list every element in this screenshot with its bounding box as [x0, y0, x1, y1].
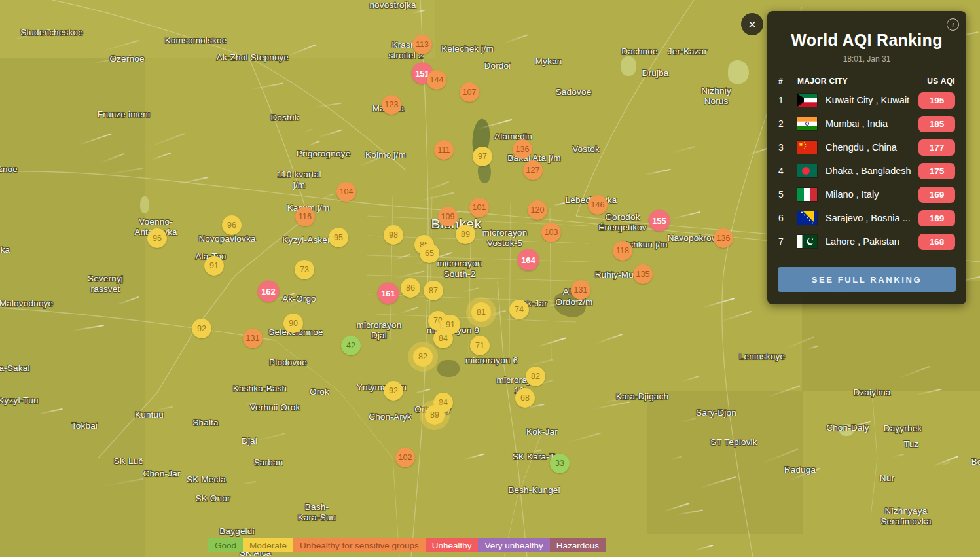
wind-streak: [916, 389, 941, 395]
close-icon[interactable]: ×: [741, 13, 763, 35]
wind-streak: [768, 385, 801, 397]
aqi-marker[interactable]: 86: [401, 278, 420, 298]
aqi-marker[interactable]: 146: [588, 195, 608, 215]
aqi-marker[interactable]: 84: [433, 329, 453, 348]
wind-streak: [424, 181, 449, 192]
map-label: a-Sakal: [0, 363, 30, 374]
map-label: Dostuk: [270, 113, 299, 123]
wind-streak: [37, 408, 62, 415]
aqi-marker[interactable]: 90: [283, 314, 303, 333]
aqi-marker[interactable]: 91: [204, 256, 224, 276]
wind-streak: [932, 456, 958, 467]
aqi-marker[interactable]: 127: [523, 160, 543, 180]
aqi-marker[interactable]: 74: [509, 300, 529, 319]
aqi-marker[interactable]: 155: [649, 210, 670, 232]
aqi-marker[interactable]: 89: [425, 405, 445, 425]
aqi-marker[interactable]: 101: [469, 198, 489, 217]
map-patch: [728, 60, 749, 84]
ranking-row[interactable]: 5Milano , Italy169: [778, 183, 955, 206]
aqi-marker[interactable]: 97: [473, 147, 492, 166]
rank-number: 4: [778, 166, 797, 176]
ranking-row[interactable]: 4Dhaka , Bangladesh175: [778, 159, 955, 183]
aqi-marker[interactable]: 131: [571, 280, 590, 300]
wind-streak: [312, 103, 342, 109]
aqi-marker[interactable]: 107: [460, 82, 479, 102]
aqi-marker[interactable]: 68: [515, 388, 535, 408]
wind-streak: [590, 401, 629, 410]
aqi-marker[interactable]: 104: [336, 182, 356, 202]
aqi-marker[interactable]: 82: [526, 367, 545, 386]
wind-streak: [700, 476, 736, 488]
aqi-marker[interactable]: 89: [456, 225, 475, 244]
wind-streak: [477, 119, 513, 130]
wind-streak: [413, 389, 431, 395]
wind-streak: [393, 253, 410, 260]
aqi-marker[interactable]: 136: [714, 228, 733, 248]
map-label: Ak-Zhol Stepnoye: [217, 52, 289, 63]
wind-streak: [250, 82, 283, 90]
map-label: SK Onor: [195, 494, 230, 504]
wind-streak: [680, 417, 697, 423]
map-label: Nizhnyaya Serafimovka: [880, 506, 931, 527]
ranking-row[interactable]: 3Chengdu , China177: [778, 135, 955, 159]
ranking-row[interactable]: 7Lahore , Pakistan168: [778, 230, 955, 253]
aqi-marker[interactable]: 111: [434, 140, 454, 160]
wind-streak: [670, 456, 681, 461]
ranking-row[interactable]: 1Kuwait City , Kuwait195: [778, 88, 955, 112]
aqi-marker[interactable]: 116: [295, 207, 315, 226]
aqi-marker[interactable]: 87: [424, 281, 443, 300]
aqi-marker[interactable]: 33: [550, 454, 570, 473]
aqi-marker[interactable]: 96: [222, 215, 242, 235]
aqi-marker[interactable]: 102: [395, 448, 415, 467]
wind-streak: [566, 433, 602, 444]
info-icon[interactable]: i: [947, 18, 959, 31]
aqi-marker[interactable]: 162: [258, 281, 280, 302]
legend-item: Unhealthy: [426, 538, 479, 552]
ranking-row[interactable]: 6Sarajevo , Bosnia ...169: [778, 206, 955, 230]
aqi-marker[interactable]: 103: [541, 223, 561, 242]
aqi-marker[interactable]: 81: [471, 302, 491, 322]
aqi-marker[interactable]: 113: [412, 35, 432, 54]
aqi-marker[interactable]: 144: [427, 70, 446, 90]
world-aqi-ranking-panel: i World AQI Ranking 18:01, Jan 31 # MAJO…: [767, 11, 966, 304]
aqi-marker[interactable]: 123: [382, 95, 401, 115]
aqi-marker[interactable]: 65: [420, 243, 439, 263]
aqi-marker[interactable]: 109: [438, 207, 458, 226]
aqi-marker[interactable]: 95: [329, 228, 348, 247]
aqi-marker[interactable]: 73: [295, 260, 314, 279]
aqi-map[interactable]: novostrojkaStudencheskoeKomsomolskoeOzer…: [0, 0, 980, 557]
aqi-marker[interactable]: 164: [518, 249, 539, 271]
aqi-marker[interactable]: 118: [613, 241, 632, 261]
aqi-marker[interactable]: 120: [528, 200, 547, 220]
map-label: SK Luč: [114, 456, 143, 467]
aqi-marker[interactable]: 82: [413, 347, 433, 367]
map-label: Verhnii Orok: [250, 403, 300, 413]
aqi-marker[interactable]: 131: [243, 329, 263, 348]
aqi-marker[interactable]: 136: [513, 139, 532, 159]
flag-it-icon: [797, 188, 817, 201]
wind-streak: [116, 296, 139, 306]
map-label: microrayon South-2: [437, 259, 482, 279]
wind-streak: [680, 376, 699, 383]
aqi-marker[interactable]: 92: [192, 319, 211, 338]
wind-streak: [147, 133, 185, 149]
aqi-marker[interactable]: 135: [633, 264, 653, 284]
city-name: Lahore , Pakistan: [826, 236, 918, 247]
aqi-marker[interactable]: 161: [378, 283, 399, 304]
map-label: Kyzyl-Asker: [282, 235, 330, 245]
map-label: Bo: [971, 457, 980, 467]
see-full-ranking-button[interactable]: SEE FULL RANKING: [778, 267, 956, 292]
aqi-marker[interactable]: 42: [341, 336, 361, 355]
aqi-marker[interactable]: 92: [384, 381, 403, 401]
map-label: Chon-Jar: [143, 469, 180, 479]
wind-streak: [807, 345, 818, 350]
aqi-marker[interactable]: 98: [384, 225, 403, 245]
aqi-marker[interactable]: 96: [147, 228, 167, 248]
wind-streak: [399, 306, 418, 314]
map-label: Jer-Kazar: [668, 46, 707, 57]
map-label: Tokbai: [71, 421, 98, 431]
aqi-marker[interactable]: 71: [470, 336, 490, 355]
ranking-row[interactable]: 2Mumbai , India185: [778, 112, 955, 135]
rank-number: 2: [778, 118, 797, 129]
map-label: ka: [1, 245, 10, 255]
